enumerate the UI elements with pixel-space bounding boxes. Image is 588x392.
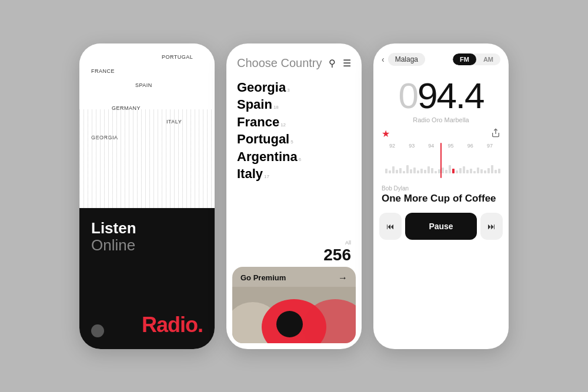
header-icons: ⚲ ☰	[329, 58, 351, 69]
action-row: ★	[382, 128, 500, 139]
player-controls-area: ★ 92 93 94 95 96 97	[373, 128, 509, 178]
fm-button[interactable]: FM	[453, 53, 476, 65]
artist-name: Bob Dylan	[382, 185, 500, 192]
menu-icon[interactable]: ☰	[343, 58, 351, 69]
radio-brand: Radio.	[142, 313, 203, 337]
phone2-header: Choose Country ⚲ ☰	[226, 43, 362, 76]
country-list: Georgia 3 Spain 18 France 12 Portugal 5 …	[226, 76, 362, 235]
list-item[interactable]: Argentina 6	[237, 149, 351, 165]
phone1-bottom-panel: Listen Online Radio.	[79, 208, 215, 349]
phone-1: PORTUGAL FRANCE SPAIN GERMANY ITALY GEOR…	[79, 43, 215, 349]
search-icon[interactable]: ⚲	[329, 58, 336, 69]
previous-button[interactable]: ⏮	[379, 213, 402, 240]
premium-card[interactable]: Go Premium →	[232, 267, 356, 343]
phone-3: ‹ Malaga FM AM 094.4 Radio Oro Marbella …	[373, 43, 509, 349]
fm-am-toggle: FM AM	[453, 53, 500, 65]
listen-online-text: Listen Online	[91, 220, 203, 255]
frequency-number: 094.4	[373, 78, 509, 114]
song-info: Bob Dylan One More Cup of Coffee	[373, 178, 509, 207]
freq-label-96: 96	[463, 143, 477, 149]
country-germany: GERMANY	[112, 105, 141, 111]
list-item[interactable]: Spain 18	[237, 96, 351, 113]
next-button[interactable]: ⏭	[480, 213, 503, 240]
frequency-display: 094.4	[373, 72, 509, 116]
share-icon[interactable]	[491, 128, 500, 139]
premium-arrow-icon: →	[338, 273, 348, 283]
premium-art	[232, 287, 356, 343]
phone-2: Choose Country ⚲ ☰ Georgia 3 Spain 18 Fr…	[226, 43, 362, 349]
song-title: One More Cup of Coffee	[382, 193, 500, 205]
am-button[interactable]: AM	[476, 53, 500, 65]
list-item[interactable]: France 12	[237, 114, 351, 130]
pause-button[interactable]: Pause	[405, 213, 477, 240]
country-spain: SPAIN	[135, 82, 152, 88]
favorite-icon[interactable]: ★	[382, 128, 390, 139]
city-pill[interactable]: Malaga	[388, 53, 425, 66]
tuner-needle	[440, 143, 442, 178]
country-italy: ITALY	[166, 119, 182, 125]
list-item[interactable]: Portugal 5	[237, 131, 351, 148]
playback-row: ⏮ Pause ⏭	[379, 213, 503, 240]
freq-label-95: 95	[444, 143, 458, 149]
station-name: Radio Oro Marbella	[373, 116, 509, 123]
choose-country-title: Choose Country	[237, 56, 322, 70]
country-france: FRANCE	[91, 68, 115, 74]
decorative-circle	[91, 324, 104, 337]
tuner: 92 93 94 95 96 97	[382, 143, 500, 178]
list-item[interactable]: Georgia 3	[237, 79, 351, 96]
back-city: ‹ Malaga	[382, 53, 425, 66]
back-arrow-icon[interactable]: ‹	[382, 55, 385, 64]
premium-label: Go Premium	[240, 273, 286, 282]
freq-label-97: 97	[483, 143, 497, 149]
freq-label-94: 94	[424, 143, 438, 149]
freq-label-92: 92	[385, 143, 399, 149]
phone1-map-area: PORTUGAL FRANCE SPAIN GERMANY ITALY GEOR…	[79, 43, 215, 208]
list-item[interactable]: Italy 17	[237, 166, 351, 182]
freq-label-93: 93	[405, 143, 419, 149]
country-georgia: GEORGIA	[91, 135, 118, 140]
all-count-row: All 256	[226, 235, 362, 267]
phone3-header: ‹ Malaga FM AM	[373, 43, 509, 72]
country-portugal: PORTUGAL	[162, 54, 193, 60]
